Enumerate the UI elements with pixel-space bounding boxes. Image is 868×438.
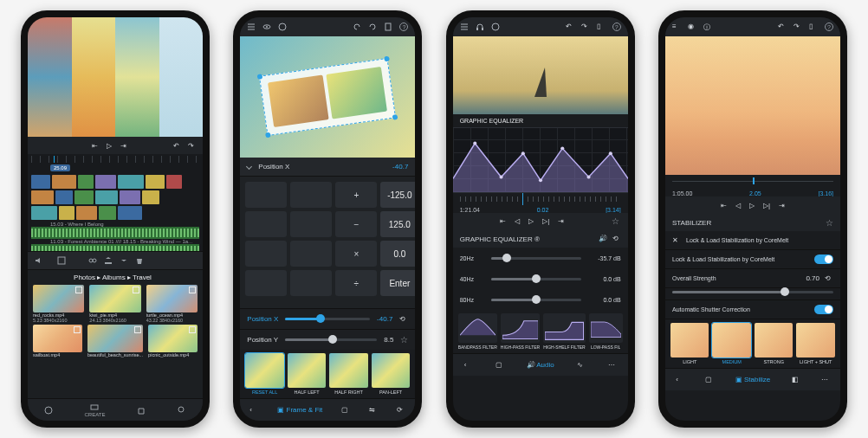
media-thumb[interactable] <box>33 325 82 352</box>
undo-icon[interactable]: ↶ <box>566 23 574 31</box>
play-button[interactable]: ▷ <box>749 202 755 209</box>
cut-icon[interactable] <box>73 256 81 265</box>
nav-create[interactable]: CREATE <box>85 403 106 417</box>
audio-tab[interactable]: 🔊 Audio <box>527 361 554 369</box>
volume-icon[interactable]: 🔊 <box>599 235 607 243</box>
nav-search[interactable] <box>178 406 186 415</box>
clipboard-icon[interactable] <box>384 23 392 31</box>
reset-icon[interactable]: ⟲ <box>612 235 621 243</box>
go-start-button[interactable]: ⇤ <box>500 217 506 225</box>
help-icon[interactable]: ? <box>399 23 408 31</box>
reset-icon[interactable]: ⟲ <box>399 315 408 324</box>
key-zero-2[interactable]: 0.0 <box>380 241 418 267</box>
eye-icon[interactable] <box>262 23 271 31</box>
volume-icon[interactable] <box>35 256 43 265</box>
media-thumb[interactable] <box>146 285 198 312</box>
position-x-slider[interactable] <box>285 318 370 320</box>
preset-light-shutter[interactable]: LIGHT + SHUT <box>796 323 835 364</box>
eq-slider-20hz[interactable] <box>491 257 581 260</box>
filter-highpass[interactable]: HIGH-PASS FILTER <box>501 313 540 350</box>
key-times[interactable]: × <box>335 241 377 267</box>
favorite-icon[interactable]: ☆ <box>400 335 408 345</box>
color-icon[interactable]: ◧ <box>792 376 800 384</box>
download-icon[interactable] <box>120 256 128 265</box>
video-track-2[interactable] <box>31 190 199 204</box>
key-minus[interactable]: − <box>335 211 377 237</box>
info-icon[interactable]: ⓘ <box>703 23 712 31</box>
shutter-toggle[interactable] <box>814 305 833 314</box>
undo-icon[interactable]: ↶ <box>778 23 787 31</box>
go-end-button[interactable]: ⇥ <box>558 217 564 225</box>
more-icon[interactable]: ⋯ <box>608 361 617 370</box>
audio-track-2[interactable] <box>31 244 199 251</box>
key-plus[interactable]: + <box>335 182 377 208</box>
strength-slider[interactable] <box>672 291 833 293</box>
undo-icon[interactable] <box>353 23 361 31</box>
share-icon[interactable] <box>104 256 113 265</box>
video-track-1[interactable] <box>31 175 199 189</box>
menu-icon[interactable]: ≡ <box>672 23 681 31</box>
back-icon[interactable]: ‹ <box>464 361 473 370</box>
menu-icon[interactable] <box>460 23 469 31</box>
key-divide[interactable]: ÷ <box>335 270 377 296</box>
eye-icon[interactable]: ◉ <box>688 23 696 31</box>
mini-timeline[interactable] <box>453 193 628 205</box>
play-button[interactable]: ▷ <box>528 217 534 225</box>
back-icon[interactable]: ‹ <box>249 406 258 415</box>
preset-reset-all[interactable]: RESET ALL <box>245 353 284 395</box>
position-y-slider[interactable] <box>285 338 377 341</box>
link-icon[interactable] <box>88 256 97 265</box>
crop-icon[interactable]: ▢ <box>705 376 714 384</box>
redo-icon[interactable]: ↷ <box>794 23 802 31</box>
preset-strong[interactable]: STRONG <box>755 323 794 364</box>
info-icon[interactable] <box>491 23 500 31</box>
media-thumb[interactable] <box>148 325 198 352</box>
go-end-button[interactable]: ⇥ <box>779 202 785 209</box>
prev-frame-button[interactable]: ⇤ <box>92 142 98 150</box>
eq-slider-40hz[interactable] <box>491 278 581 280</box>
preset-half-left[interactable]: HALF LEFT <box>288 353 327 395</box>
play-button[interactable]: ▷ <box>107 142 112 150</box>
stabilize-toggle[interactable] <box>814 254 833 264</box>
undo-button[interactable]: ↶ <box>173 142 179 150</box>
key-val-pos[interactable]: 125.0 <box>380 211 418 237</box>
breadcrumb[interactable]: Photos ▸ Albums ▸ Travel <box>74 274 152 281</box>
video-preview[interactable] <box>665 36 840 175</box>
seek-bar[interactable] <box>665 175 840 187</box>
video-preview[interactable] <box>28 17 203 137</box>
video-track-3[interactable] <box>31 206 199 220</box>
rotate-icon[interactable]: ⟳ <box>397 406 405 415</box>
video-preview[interactable] <box>453 36 628 114</box>
audio-track-1[interactable] <box>31 227 199 239</box>
reset-icon[interactable]: ⟲ <box>825 274 833 283</box>
redo-button[interactable]: ↷ <box>188 142 194 150</box>
filter-bandpass[interactable]: BANDPASS FILTER <box>458 313 497 350</box>
crop-icon[interactable]: ▢ <box>341 406 350 415</box>
media-thumb[interactable] <box>87 325 143 352</box>
key-enter[interactable]: Enter <box>380 270 418 296</box>
crop-icon[interactable]: ▢ <box>496 361 504 370</box>
headphones-icon[interactable] <box>476 23 484 31</box>
preset-medium[interactable]: MEDIUM <box>712 323 751 364</box>
clipboard-icon[interactable]: ▯ <box>809 23 818 31</box>
timeline-ruler[interactable] <box>31 156 199 163</box>
selection-frame[interactable] <box>259 58 396 136</box>
nav-store[interactable] <box>137 406 146 415</box>
eq-graph[interactable] <box>453 127 628 193</box>
favorite-icon[interactable]: ☆ <box>826 218 833 228</box>
preset-light[interactable]: LIGHT <box>670 323 709 364</box>
preset-half-right[interactable]: HALF RIGHT <box>329 353 368 395</box>
select-icon[interactable] <box>57 256 66 265</box>
media-thumb[interactable] <box>89 285 140 312</box>
help-icon[interactable]: ? <box>612 23 621 31</box>
more-icon[interactable]: ⋯ <box>821 376 830 384</box>
media-thumb[interactable] <box>33 285 84 312</box>
favorite-icon[interactable]: ☆ <box>612 216 619 226</box>
eq-slider-80hz[interactable] <box>491 299 581 301</box>
filter-highshelf[interactable]: HIGH-SHELF FILTER <box>543 313 586 350</box>
effects-icon[interactable]: ∿ <box>577 361 586 370</box>
sliders-icon[interactable] <box>36 141 45 150</box>
nav-disc[interactable] <box>44 406 53 415</box>
frame-fit-button[interactable]: ▣ Frame & Fit <box>277 406 322 414</box>
stabilize-tab[interactable]: ▣ Stabilize <box>735 376 770 383</box>
